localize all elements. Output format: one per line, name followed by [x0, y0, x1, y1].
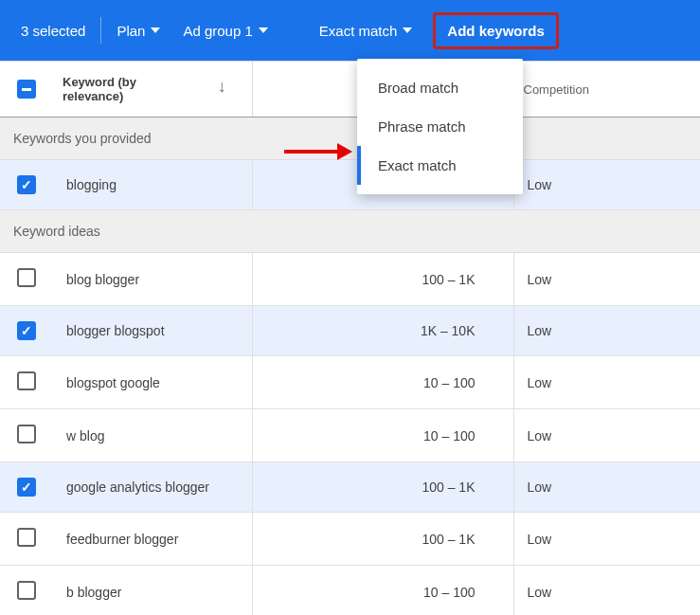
action-toolbar: 3 selected Plan Ad group 1 Exact match A… [0, 0, 700, 61]
table-row: blog blogger100 – 1KLow [0, 253, 700, 306]
match-option-phrase[interactable]: Phrase match [357, 107, 523, 146]
match-type-label: Exact match [319, 23, 398, 39]
table-row: google analytics blogger100 – 1KLow [0, 462, 700, 513]
row-checkbox[interactable] [17, 371, 36, 390]
table-row: w blog10 – 100Low [0, 409, 700, 462]
cell-search-volume: 1K – 10K [252, 306, 513, 356]
cell-keyword: w blog [53, 409, 252, 462]
cell-search-volume: 10 – 100 [252, 356, 513, 409]
arrow-annotation [284, 143, 358, 160]
selected-count: 3 selected [9, 15, 97, 46]
row-checkbox[interactable] [17, 268, 36, 287]
cell-competition: Low [513, 409, 700, 462]
select-all-checkbox[interactable] [17, 80, 36, 99]
cell-keyword: blog blogger [53, 253, 252, 306]
section-ideas: Keyword ideas [0, 210, 700, 253]
table-row: blogging100K – 1MLow [0, 160, 700, 210]
arrow-down-icon[interactable]: ↓ [218, 77, 226, 96]
cell-search-volume: 100 – 1K [252, 462, 513, 513]
cell-keyword: google analytics blogger [53, 462, 252, 513]
row-checkbox[interactable] [17, 425, 36, 443]
chevron-down-icon [259, 27, 268, 33]
header-competition[interactable]: Competition [513, 62, 700, 118]
row-checkbox[interactable] [17, 528, 36, 547]
cell-competition: Low [513, 566, 700, 616]
row-checkbox[interactable] [17, 581, 36, 600]
adgroup-label: Ad group 1 [183, 23, 252, 39]
add-keywords-button[interactable]: Add keywords [433, 12, 559, 49]
cell-search-volume: 100 – 1K [252, 513, 513, 566]
cell-keyword: blogging [53, 160, 252, 210]
match-option-broad[interactable]: Broad match [357, 68, 523, 107]
match-type-dropdown[interactable]: Exact match [308, 15, 424, 46]
match-type-menu: Broad match Phrase match Exact match [357, 59, 523, 194]
chevron-down-icon [403, 27, 412, 33]
table-row: feedburner blogger100 – 1KLow [0, 513, 700, 566]
table-row: blogger blogspot1K – 10KLow [0, 306, 700, 356]
plan-label: Plan [117, 23, 145, 39]
cell-competition: Low [513, 253, 700, 306]
cell-competition: Low [513, 306, 700, 356]
row-checkbox[interactable] [17, 175, 36, 194]
cell-keyword: blogger blogspot [53, 306, 252, 356]
section-ideas-label: Keyword ideas [0, 210, 700, 253]
row-checkbox[interactable] [17, 321, 36, 340]
cell-competition: Low [513, 160, 700, 210]
table-row: blogspot google10 – 100Low [0, 356, 700, 409]
match-option-exact[interactable]: Exact match [357, 146, 523, 185]
adgroup-dropdown[interactable]: Ad group 1 [171, 15, 278, 46]
row-checkbox[interactable] [17, 478, 36, 497]
cell-keyword: blogspot google [53, 356, 252, 409]
cell-search-volume: 10 – 100 [252, 566, 513, 616]
cell-competition: Low [513, 356, 700, 409]
plan-dropdown[interactable]: Plan [105, 15, 171, 46]
chevron-down-icon [151, 27, 160, 33]
toolbar-divider [100, 17, 101, 44]
cell-keyword: b blogger [53, 566, 252, 616]
header-keyword[interactable]: Keyword (by relevance) [63, 75, 186, 103]
cell-search-volume: 100 – 1K [252, 253, 513, 306]
cell-search-volume: 10 – 100 [252, 409, 513, 462]
cell-competition: Low [513, 462, 700, 513]
table-row: b blogger10 – 100Low [0, 566, 700, 616]
add-keywords-label: Add keywords [447, 23, 545, 39]
cell-competition: Low [513, 513, 700, 566]
table-header-row: Keyword (by relevance) ↓ Competition [0, 62, 700, 118]
cell-keyword: feedburner blogger [53, 513, 252, 566]
